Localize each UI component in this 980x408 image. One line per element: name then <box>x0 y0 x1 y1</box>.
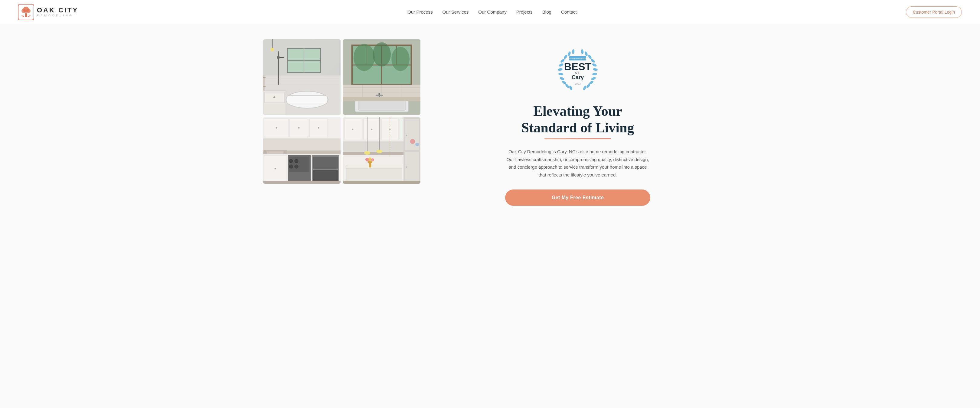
svg-point-103 <box>415 143 419 146</box>
svg-point-127 <box>569 85 573 90</box>
logo[interactable]: OAK CITY REMODELING <box>18 4 78 20</box>
svg-point-138 <box>582 85 587 90</box>
svg-point-37 <box>391 47 410 71</box>
svg-point-3 <box>21 9 26 13</box>
svg-point-112 <box>365 158 369 161</box>
nav-projects[interactable]: Projects <box>516 10 533 14</box>
svg-text:Cary: Cary <box>572 75 584 80</box>
main-content: INDUSTRY OVERSIGHT BEST OF Cary 2023 Ele… <box>245 24 735 224</box>
svg-point-102 <box>410 139 415 144</box>
svg-rect-73 <box>313 170 338 181</box>
svg-point-16 <box>277 56 280 59</box>
svg-point-69 <box>275 168 276 170</box>
hero-headline: Elevating Your Standard of Living <box>521 103 634 136</box>
svg-point-76 <box>289 159 293 163</box>
svg-point-134 <box>592 73 597 75</box>
svg-point-62 <box>318 127 320 129</box>
svg-point-105 <box>364 151 370 155</box>
hero-description: Oak City Remodeling is Cary, NC's elite … <box>505 148 650 179</box>
svg-rect-72 <box>313 157 338 169</box>
svg-point-21 <box>270 48 274 51</box>
nav-our-process[interactable]: Our Process <box>407 10 433 14</box>
svg-point-129 <box>592 63 597 67</box>
right-panel: INDUSTRY OVERSIGHT BEST OF Cary 2023 Ele… <box>439 39 717 206</box>
svg-point-4 <box>26 9 30 13</box>
svg-point-113 <box>368 157 371 160</box>
kitchen-sink-image <box>343 39 420 115</box>
nav-our-services[interactable]: Our Services <box>442 10 469 14</box>
kitchen-left-image <box>263 117 340 184</box>
svg-rect-49 <box>343 97 420 101</box>
svg-rect-45 <box>358 100 405 110</box>
svg-point-107 <box>376 149 382 153</box>
svg-point-135 <box>591 77 596 81</box>
award-wreath-svg: INDUSTRY OVERSIGHT BEST OF Cary 2023 <box>554 45 602 94</box>
svg-rect-109 <box>346 165 402 169</box>
svg-rect-24 <box>263 86 266 87</box>
svg-rect-1 <box>25 13 27 17</box>
logo-text: OAK CITY REMODELING <box>37 7 78 17</box>
svg-point-19 <box>274 97 275 98</box>
customer-portal-button[interactable]: Customer Portal Login <box>906 6 962 18</box>
logo-remodeling: REMODELING <box>37 14 78 17</box>
svg-point-123 <box>558 73 563 75</box>
svg-rect-23 <box>263 77 266 78</box>
svg-rect-75 <box>289 157 309 171</box>
svg-text:INDUSTRY OVERSIGHT: INDUSTRY OVERSIGHT <box>568 58 588 60</box>
cta-estimate-button[interactable]: Get My Free Estimate <box>505 189 650 206</box>
svg-point-60 <box>276 127 277 129</box>
svg-point-78 <box>289 165 293 168</box>
svg-point-77 <box>294 159 298 163</box>
svg-rect-13 <box>287 95 327 104</box>
svg-point-79 <box>294 165 298 168</box>
svg-point-124 <box>559 77 565 81</box>
svg-rect-116 <box>343 181 420 184</box>
svg-point-118 <box>558 63 564 67</box>
svg-point-122 <box>572 49 574 54</box>
svg-point-100 <box>406 135 407 136</box>
svg-rect-63 <box>263 138 340 151</box>
svg-point-133 <box>581 49 584 54</box>
svg-point-131 <box>587 54 592 60</box>
award-badge: INDUSTRY OVERSIGHT BEST OF Cary 2023 <box>547 45 608 94</box>
svg-text:BEST: BEST <box>564 61 592 72</box>
site-header: OAK CITY REMODELING Our Process Our Serv… <box>0 0 980 24</box>
logo-icon <box>18 4 34 20</box>
svg-point-117 <box>557 68 563 71</box>
logo-oak: OAK CITY <box>37 7 78 14</box>
svg-point-101 <box>406 167 407 168</box>
svg-rect-81 <box>267 151 283 154</box>
kitchen-island-image <box>343 117 420 184</box>
svg-point-91 <box>371 129 373 130</box>
main-nav: Our Process Our Services Our Company Pro… <box>407 10 576 14</box>
nav-blog[interactable]: Blog <box>542 10 551 14</box>
svg-text:2023: 2023 <box>575 82 581 85</box>
nav-contact[interactable]: Contact <box>561 10 577 14</box>
svg-point-114 <box>371 158 374 161</box>
svg-point-36 <box>373 42 391 67</box>
svg-point-128 <box>593 68 598 71</box>
svg-point-132 <box>584 51 588 57</box>
svg-rect-82 <box>263 181 340 184</box>
svg-point-48 <box>379 93 380 95</box>
svg-point-121 <box>568 51 571 57</box>
nav-our-company[interactable]: Our Company <box>478 10 506 14</box>
headline-underline <box>544 138 611 139</box>
svg-point-61 <box>298 127 300 129</box>
image-grid <box>263 39 420 193</box>
bathroom-shower-image <box>263 39 340 115</box>
svg-text:OF: OF <box>575 71 581 75</box>
svg-point-35 <box>353 44 375 71</box>
svg-point-90 <box>352 129 353 130</box>
